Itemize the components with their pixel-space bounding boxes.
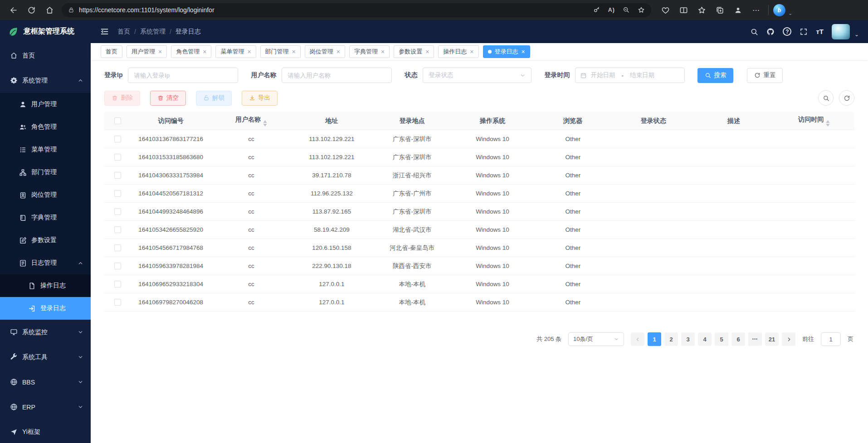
date-range-picker[interactable]: 开始日期 - 结束日期 (575, 68, 685, 83)
search-button[interactable]: 搜索 (697, 68, 733, 83)
page-button-2[interactable]: 2 (664, 332, 678, 346)
export-button[interactable]: 导出 (242, 91, 278, 106)
next-page-button[interactable] (782, 332, 795, 346)
favorites-button[interactable] (694, 2, 709, 18)
close-icon[interactable]: × (425, 49, 429, 55)
close-icon[interactable]: × (247, 49, 251, 55)
toggle-search-button[interactable] (818, 90, 834, 106)
tab-dict-mgmt[interactable]: 字典管理× (349, 45, 390, 58)
sidebar-item-log-mgmt[interactable]: 日志管理 (0, 252, 91, 274)
sort-carets-icon[interactable] (263, 120, 267, 127)
collections-button[interactable] (712, 2, 727, 18)
page-size-select[interactable]: 10条/页 (568, 332, 624, 346)
tab-operation-log[interactable]: 操作日志× (438, 45, 478, 58)
page-button-5[interactable]: 5 (715, 332, 728, 346)
page-button-4[interactable]: 4 (698, 332, 712, 346)
row-checkbox[interactable] (114, 208, 121, 215)
col-username[interactable]: 用户名称 (211, 116, 291, 127)
sidebar-item-system-mgmt[interactable]: 系统管理 (0, 68, 91, 93)
breadcrumb-home[interactable]: 首页 (117, 28, 130, 36)
sidebar-item-erp[interactable]: ERP (0, 394, 91, 419)
site-info-lock-icon[interactable] (68, 7, 74, 13)
unlock-button[interactable]: 解锁 (196, 91, 232, 106)
row-checkbox[interactable] (114, 244, 121, 251)
close-icon[interactable]: × (522, 49, 525, 55)
page-button-21[interactable]: 21 (765, 332, 779, 346)
delete-button[interactable]: 删除 (104, 91, 140, 106)
browser-essentials-button[interactable] (658, 2, 673, 18)
tab-post-mgmt[interactable]: 岗位管理× (305, 45, 345, 58)
close-icon[interactable]: × (381, 49, 385, 55)
tab-dept-mgmt[interactable]: 部门管理× (260, 45, 301, 58)
split-screen-button[interactable] (676, 2, 691, 18)
sidebar-item-operation-log[interactable]: 操作日志 (0, 274, 91, 297)
row-checkbox[interactable] (114, 299, 121, 306)
tab-login-log[interactable]: 登录日志× (483, 45, 530, 58)
row-checkbox[interactable] (114, 172, 121, 179)
close-icon[interactable]: × (470, 49, 473, 55)
username-input[interactable] (282, 68, 392, 83)
sidebar-item-home[interactable]: 首页 (0, 43, 91, 68)
table-row[interactable]: 1641069652933218304 cc 127.0.0.1 本地-本机 W… (104, 275, 854, 293)
table-row[interactable]: 1641054566717984768 cc 120.6.150.158 河北省… (104, 239, 854, 257)
home-button[interactable] (41, 1, 58, 19)
read-aloud-icon[interactable]: A) (608, 7, 615, 13)
login-ip-input[interactable] (128, 68, 238, 83)
sort-carets-icon[interactable] (826, 120, 830, 127)
table-row[interactable]: 1641031533185863680 cc 113.102.129.221 广… (104, 148, 854, 166)
table-row[interactable]: 1641044520567181312 cc 112.96.225.132 广东… (104, 185, 854, 203)
browser-profile-button[interactable] (730, 2, 746, 18)
more-pages-button[interactable]: ••• (748, 332, 762, 346)
table-row[interactable]: 1641053426655825920 cc 58.19.42.209 湖北省-… (104, 221, 854, 239)
table-row[interactable]: 1641044993248464896 cc 113.87.92.165 广东省… (104, 203, 854, 221)
fullscreen-icon[interactable] (800, 28, 808, 36)
prev-page-button[interactable] (631, 332, 644, 346)
table-row[interactable]: 1641069798270046208 cc 127.0.0.1 本地-本机 W… (104, 293, 854, 312)
refresh-table-button[interactable] (839, 90, 854, 106)
tab-home[interactable]: 首页 (101, 45, 122, 58)
col-access-time[interactable]: 访问时间 (774, 116, 854, 127)
row-checkbox[interactable] (114, 190, 121, 197)
sidebar-item-role-mgmt[interactable]: 角色管理 (0, 116, 91, 138)
page-button-1[interactable]: 1 (648, 332, 661, 346)
sidebar-item-user-mgmt[interactable]: 用户管理 (0, 93, 91, 116)
close-icon[interactable]: × (292, 49, 296, 55)
sidebar-item-menu-mgmt[interactable]: 菜单管理 (0, 138, 91, 161)
status-select[interactable]: 登录状态 (423, 68, 532, 83)
sidebar-item-dict-mgmt[interactable]: 字典管理 (0, 206, 91, 229)
password-key-icon[interactable] (593, 6, 600, 14)
sidebar-item-post-mgmt[interactable]: 岗位管理 (0, 184, 91, 206)
refresh-button[interactable] (23, 1, 40, 19)
sidebar-item-system-monitor[interactable]: 系统监控 (0, 320, 91, 345)
table-row[interactable]: 1641043063331753984 cc 39.171.210.78 浙江省… (104, 166, 854, 185)
address-bar[interactable]: https://ccnetcore.com:1101/system/log/lo… (62, 3, 651, 17)
row-checkbox[interactable] (114, 136, 121, 142)
avatar[interactable] (832, 24, 850, 39)
page-button-3[interactable]: 3 (681, 332, 695, 346)
table-row[interactable]: 1641031367863177216 cc 113.102.129.221 广… (104, 130, 854, 148)
search-icon[interactable] (750, 28, 758, 36)
tab-menu-mgmt[interactable]: 菜单管理× (215, 45, 256, 58)
sidebar-item-login-log[interactable]: 登录日志 (0, 297, 91, 320)
copilot-caret-icon[interactable]: ⌄ (788, 10, 792, 16)
github-icon[interactable] (766, 28, 775, 36)
browser-menu-button[interactable]: ⋯ (748, 2, 764, 18)
close-icon[interactable]: × (336, 49, 340, 55)
select-all-checkbox[interactable] (114, 117, 121, 124)
reset-button[interactable]: 重置 (747, 68, 783, 83)
text-size-icon[interactable]: тT (816, 28, 824, 35)
menu-fold-icon[interactable] (100, 27, 109, 36)
clear-button[interactable]: 清空 (150, 91, 186, 106)
tab-role-mgmt[interactable]: 角色管理× (171, 45, 211, 58)
row-checkbox[interactable] (114, 226, 121, 233)
copilot-button[interactable]: b (773, 4, 785, 16)
sidebar-item-yi-framework[interactable]: Yi框架 (0, 419, 91, 443)
row-checkbox[interactable] (114, 154, 121, 161)
add-favorite-star-icon[interactable] (638, 6, 645, 14)
sidebar-item-bbs[interactable]: BBS (0, 370, 91, 394)
help-icon[interactable]: ? (783, 27, 791, 36)
avatar-caret-icon[interactable]: ⌄ (854, 31, 859, 38)
close-icon[interactable]: × (158, 49, 162, 55)
sidebar-item-dept-mgmt[interactable]: 部门管理 (0, 161, 91, 184)
page-button-6[interactable]: 6 (731, 332, 745, 346)
